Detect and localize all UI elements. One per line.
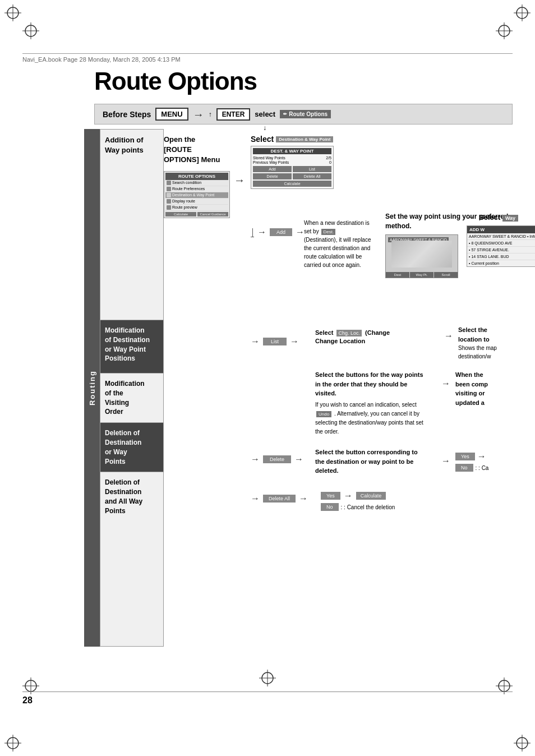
reg-mark-bottom-center bbox=[259, 670, 276, 689]
arrow-up-indicator: ↑ bbox=[209, 110, 212, 118]
dest-way-badge: Destination & Way Point bbox=[276, 136, 333, 142]
routing-sidebar: Routing bbox=[84, 129, 100, 647]
select-change-text: Select Chg. Loc. (Change bbox=[315, 328, 390, 338]
open-menu-section: Open the[ROUTEOPTIONS] Menu ROUTE OPTION… bbox=[164, 135, 230, 218]
add-desc: When a new destination is set by Dest. (… bbox=[304, 219, 371, 269]
dest-inline-btn: Dest. bbox=[321, 229, 335, 235]
select-change-section: Select Chg. Loc. (Change Change Location bbox=[315, 328, 390, 344]
menu-item-display: Display route bbox=[165, 199, 228, 205]
no-btn-delete: No bbox=[455, 464, 473, 472]
map-btn-scroll: Scroll bbox=[434, 272, 458, 278]
yes-btn-delete: Yes bbox=[455, 453, 475, 460]
route-pref-icon bbox=[167, 187, 171, 191]
enter-button[interactable]: ENTER bbox=[216, 108, 251, 121]
add-w-item-1: AARONWAY SWEET & RANCID • Info bbox=[467, 233, 535, 240]
calculate-btn-ss: Calculate bbox=[165, 212, 196, 216]
stored-row: Stored Way Points 2/5 bbox=[253, 156, 331, 160]
delete-btn-flow: Delete bbox=[263, 455, 291, 463]
sections-column: Addition ofWay points Modificationof Des… bbox=[100, 129, 164, 647]
main-content: Routing Addition ofWay points Modificati… bbox=[84, 129, 527, 647]
section-addition-label: Addition ofWay points bbox=[105, 135, 159, 155]
arrow-to-yes-no: → bbox=[441, 456, 450, 466]
diagram-area: Open the[ROUTEOPTIONS] Menu ROUTE OPTION… bbox=[164, 129, 527, 647]
undo-btn: Undo bbox=[316, 411, 331, 417]
arrow-to-select: → bbox=[234, 174, 245, 187]
add-btn-flow: Add bbox=[270, 228, 292, 236]
select-button-delete-text: Select the button corresponding to the d… bbox=[315, 448, 427, 476]
section-mod-visit-label: Modificationof theVisitingOrder bbox=[105, 379, 159, 417]
dest-way-icon bbox=[167, 193, 171, 197]
display-icon bbox=[167, 199, 171, 204]
shows-dest-text: Shows the mapdestination/w bbox=[458, 344, 535, 361]
section-mod-dest: Modificationof Destinationor Way PointPo… bbox=[100, 320, 163, 374]
menu-item-preview: Route preview bbox=[165, 205, 228, 211]
map-buttons: Dest Way Pt. Scroll bbox=[386, 272, 458, 278]
arrow-to-add: → bbox=[257, 227, 266, 237]
delete-all-flow-section: → Delete All → bbox=[251, 494, 308, 504]
route-options-screenshot: ROUTE OPTIONS Search condition Route Pre… bbox=[164, 171, 230, 218]
preview-icon bbox=[167, 205, 171, 210]
arrow-after-delete-all: → bbox=[299, 494, 308, 504]
before-steps-label: Before Steps bbox=[103, 110, 151, 119]
chg-loc-btn: Chg. Loc. bbox=[336, 330, 362, 336]
list-btn-panel: List bbox=[293, 166, 331, 172]
search-icon bbox=[167, 181, 171, 185]
menu-ss-buttons: Calculate Cancel Guidance bbox=[165, 212, 228, 216]
cancel-guidance-btn-ss: Cancel Guidance bbox=[197, 212, 228, 216]
select-label: select bbox=[255, 110, 275, 118]
route-options-badge: ✏ Route Options bbox=[280, 110, 331, 118]
select-way-section: → Select Way ADD W AARONWAY SWEET & RANC… bbox=[467, 212, 535, 267]
before-steps-bar: Before Steps MENU → ↑ ENTER select ✏ Rou… bbox=[94, 104, 513, 125]
delete-flow-section: → Delete → bbox=[251, 454, 303, 464]
arrow-to-list: → bbox=[251, 336, 260, 347]
section-del-way-label: Deletion ofDestinationor WayPoints bbox=[105, 428, 159, 466]
dest-way-panel-title: DEST. & WAY POINT bbox=[253, 148, 331, 154]
yes-btn-del-all: Yes bbox=[321, 492, 340, 500]
page-header: Navi_EA.book Page 28 Monday, March 28, 2… bbox=[22, 53, 513, 63]
arrow-to-select-way: → bbox=[467, 212, 476, 222]
arrow-to-delete-all: → bbox=[251, 494, 260, 504]
delete-all-btn-panel: Delete All bbox=[293, 173, 331, 179]
when-complete-section: When thebeen compvisiting orupdated a bbox=[455, 370, 535, 407]
add-w-item-3: • 57 STIRGE AVENUE. bbox=[467, 247, 535, 253]
dest-way-btns-row2: Delete Delete All bbox=[253, 173, 331, 179]
yes-no-delete-section: Yes → No : : Ca bbox=[455, 451, 488, 472]
page-footer: 28 bbox=[22, 692, 513, 706]
add-desc-text: When a new destination is set by Dest. (… bbox=[304, 219, 371, 269]
list-btn-flow: List bbox=[263, 338, 287, 345]
page-title: Route Options bbox=[94, 67, 257, 95]
page-number: 28 bbox=[22, 695, 33, 705]
menu-button[interactable]: MENU bbox=[155, 108, 188, 121]
menu-item-dest-way: Destination & Way Point bbox=[165, 192, 228, 199]
cancel-deletion-text: : : Cancel the deletion bbox=[341, 504, 395, 510]
arrow-to-when-complete: → bbox=[441, 379, 450, 389]
pencil-icon: ✏ bbox=[283, 112, 287, 117]
arrow-to-select-loc: → bbox=[444, 331, 453, 341]
delete-btn-panel: Delete bbox=[253, 173, 292, 179]
add-w-item-5: • Current position bbox=[467, 260, 535, 266]
dest-way-panel: DEST. & WAY POINT Stored Way Points 2/5 … bbox=[251, 146, 334, 189]
arrow-right-1: → bbox=[193, 109, 204, 120]
undo-desc: If you wish to cancel an indication, sel… bbox=[315, 400, 427, 436]
add-w-title: ADD W bbox=[467, 226, 535, 233]
add-btn-panel: Add bbox=[253, 166, 292, 172]
reg-mark-outer-bl bbox=[4, 735, 21, 752]
select-location-title: Select thelocation to bbox=[458, 325, 535, 344]
no-cancel-text: : : Ca bbox=[476, 465, 489, 471]
change-location-label: Change Location bbox=[315, 338, 390, 344]
when-complete-text: When thebeen compvisiting orupdated a bbox=[455, 370, 535, 407]
select-button-delete-section: Select the button corresponding to the d… bbox=[315, 448, 427, 476]
delete-all-yes-section: Yes → Calculate No : : Cancel the deleti… bbox=[321, 491, 395, 511]
select-dest-section: Select Destination & Way Point DEST. & W… bbox=[251, 135, 334, 189]
add-flow-arrow: → Add → bbox=[251, 227, 305, 237]
menu-ss-title: ROUTE OPTIONS bbox=[165, 173, 228, 180]
map-content bbox=[391, 241, 452, 268]
add-w-item-2: • 8 QUEENSWOOD AVE bbox=[467, 240, 535, 247]
delete-all-btn-flow: Delete All bbox=[263, 495, 296, 503]
arrow-to-delete: → bbox=[251, 454, 260, 464]
reg-mark-tr bbox=[496, 22, 513, 39]
add-w-panel: ADD W AARONWAY SWEET & RANCID • Info • 8… bbox=[467, 225, 535, 267]
map-btn-dest: Dest bbox=[386, 272, 409, 278]
select-buttons-title: Select the buttons for the way points in… bbox=[315, 370, 427, 398]
dest-way-btns-row1: Add List bbox=[253, 166, 331, 172]
